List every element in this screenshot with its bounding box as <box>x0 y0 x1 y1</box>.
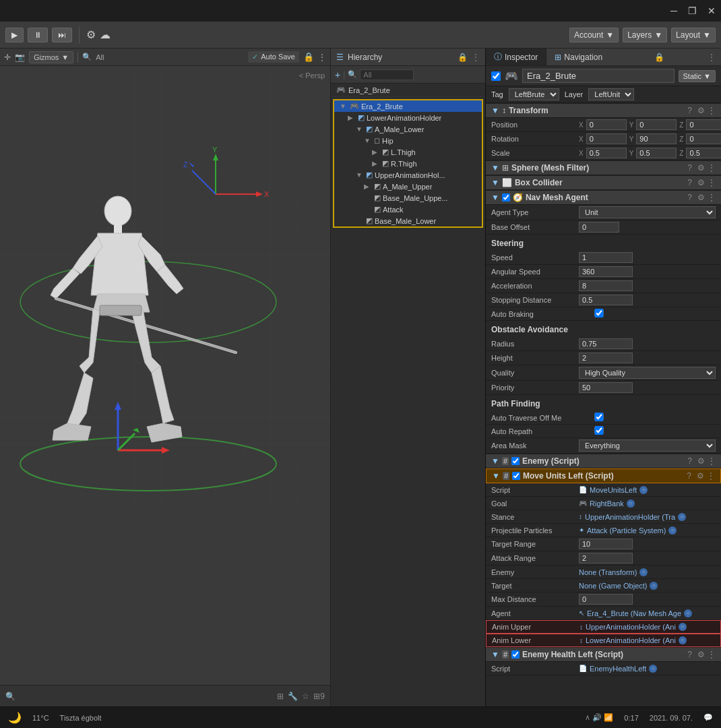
enemy-settings[interactable]: ⚙ <box>697 456 705 466</box>
navmesh-help[interactable]: ? <box>687 193 692 202</box>
base-offset-value[interactable] <box>579 222 716 233</box>
static-button[interactable]: Static ▼ <box>679 70 716 82</box>
enemy-active-checkbox[interactable] <box>511 457 520 465</box>
inspector-pin-button[interactable]: 🔒 <box>649 53 670 62</box>
agent-target-icon[interactable]: ○ <box>684 609 692 617</box>
moveunits-dots[interactable]: ⋮ <box>707 471 715 481</box>
object-name-input[interactable] <box>522 69 675 83</box>
transform-tool-icon[interactable]: ✛ <box>4 53 11 62</box>
auto-save-toggle[interactable]: ✓ Auto Save <box>248 51 299 63</box>
max-distance-input[interactable] <box>579 594 633 605</box>
hierarchy-item-upperanim[interactable]: ▼ ◩ UpperAnimationHol... <box>334 169 482 181</box>
navmesh-settings[interactable]: ⚙ <box>697 193 705 202</box>
close-button[interactable]: ✕ <box>708 5 716 16</box>
angular-speed-input[interactable] <box>579 266 633 277</box>
hierarchy-dots-icon[interactable]: ⋮ <box>472 53 480 62</box>
anim-upper-target-icon[interactable]: ○ <box>679 623 687 631</box>
hierarchy-item-attack[interactable]: ◩ Attack <box>334 204 482 215</box>
attack-range-input[interactable] <box>579 553 633 564</box>
tag-select[interactable]: LeftBrute <box>509 88 559 100</box>
enemyhealth-active-checkbox[interactable] <box>511 650 520 659</box>
hierarchy-item-lthigh[interactable]: ▶ ◩ L.Thigh <box>334 146 482 158</box>
play-button[interactable]: ▶ <box>5 28 24 42</box>
enemy-target-icon[interactable]: ○ <box>639 568 648 576</box>
step-button[interactable]: ⏭ <box>52 28 72 42</box>
scene-btn3[interactable]: ☆ <box>302 692 309 701</box>
meshfilter-help[interactable]: ? <box>687 163 692 173</box>
hierarchy-tab-label[interactable]: Hierarchy <box>348 53 382 62</box>
transform-dots-icon[interactable]: ⋮ <box>708 106 716 115</box>
layer-select[interactable]: LeftUnit <box>588 88 634 100</box>
mesh-filter-header[interactable]: ▼ ⊞ Sphere (Mesh Filter) ? ⚙ ⋮ <box>486 160 721 175</box>
enemyhealth-help[interactable]: ? <box>687 650 692 659</box>
hierarchy-item-era2brute[interactable]: ▼ 🎮 Era_2_Brute <box>334 100 482 112</box>
box-collider-header[interactable]: ▼ ⬜ Box Collider ? ⚙ ⋮ <box>486 175 721 190</box>
base-offset-input[interactable] <box>579 222 619 233</box>
position-y-input[interactable] <box>636 119 677 130</box>
acceleration-input[interactable] <box>579 280 633 291</box>
position-z-input[interactable] <box>686 119 721 130</box>
navmesh-header[interactable]: ▼ 🧭 Nav Mesh Agent ? ⚙ ⋮ <box>486 190 721 205</box>
hierarchy-item-basemalelower[interactable]: ◩ Base_Male_Lower <box>334 215 482 226</box>
auto-traverse-checkbox[interactable] <box>579 413 619 421</box>
moveunits-settings[interactable]: ⚙ <box>697 471 704 481</box>
anim-lower-target-icon[interactable]: ○ <box>679 636 687 644</box>
target-range-input[interactable] <box>579 539 633 549</box>
priority-input[interactable] <box>579 382 633 393</box>
pause-button[interactable]: ⏸ <box>28 28 48 42</box>
auto-braking-checkbox[interactable] <box>579 309 619 317</box>
rotation-z-input[interactable] <box>686 133 721 144</box>
settings-icon[interactable]: ⚙ <box>86 28 96 41</box>
dots-icon[interactable]: ⋮ <box>318 53 326 62</box>
scene-btn2[interactable]: 🔧 <box>288 692 298 701</box>
moveunits-help[interactable]: ? <box>687 471 691 481</box>
agent-type-select[interactable]: Unit <box>579 206 716 218</box>
layers-dropdown[interactable]: Layers ▼ <box>623 28 667 42</box>
gizmos-dropdown[interactable]: Gizmos ▼ <box>29 51 73 63</box>
enemyhealth-dots[interactable]: ⋮ <box>708 650 716 659</box>
stance-target-icon[interactable]: ○ <box>678 513 686 521</box>
move-units-left-header[interactable]: ▼ # Move Units Left (Script) ? ⚙ ⋮ <box>486 468 721 483</box>
tab-navigation[interactable]: ⊞ Navigation <box>546 49 610 65</box>
scale-z-input[interactable] <box>686 148 721 158</box>
boxcollider-settings[interactable]: ⚙ <box>697 178 705 187</box>
projectile-target-icon[interactable]: ○ <box>668 526 677 535</box>
cloud-icon[interactable]: ☁ <box>100 28 111 41</box>
object-active-checkbox[interactable] <box>491 71 501 81</box>
transform-help-icon[interactable]: ? <box>687 106 692 115</box>
hierarchy-item-basemaleupper[interactable]: ◩ Base_Male_Uppe... <box>334 192 482 204</box>
scene-viewport[interactable]: X Y Z < Persp <box>0 66 330 685</box>
hierarchy-item-amaleupper[interactable]: ▶ ◩ A_Male_Upper <box>334 181 482 192</box>
area-mask-select[interactable]: Everything <box>579 439 716 452</box>
transform-component-header[interactable]: ▼ ↕ Transform ? ⚙ ⋮ <box>486 103 721 118</box>
position-x-input[interactable] <box>586 119 627 130</box>
target-target-icon[interactable]: ○ <box>650 582 658 590</box>
navmesh-dots[interactable]: ⋮ <box>708 193 716 202</box>
enemyhealth-target-icon[interactable]: ○ <box>649 665 657 673</box>
lock-icon[interactable]: 🔒 <box>303 52 314 62</box>
layout-dropdown[interactable]: Layout ▼ <box>671 28 716 42</box>
minimize-button[interactable]: ─ <box>670 5 677 16</box>
stopping-distance-input[interactable] <box>579 295 633 305</box>
tab-inspector[interactable]: ⓘ Inspector <box>486 49 546 65</box>
enemyhealth-settings[interactable]: ⚙ <box>697 650 705 659</box>
meshfilter-settings[interactable]: ⚙ <box>697 163 705 173</box>
meshfilter-dots[interactable]: ⋮ <box>708 163 716 173</box>
enemy-health-left-header[interactable]: ▼ # Enemy Health Left (Script) ? ⚙ ⋮ <box>486 647 721 662</box>
scale-x-input[interactable] <box>586 148 627 158</box>
hierarchy-item-rthigh[interactable]: ▶ ◩ R.Thigh <box>334 158 482 169</box>
rotation-x-input[interactable] <box>586 133 627 144</box>
height-input[interactable] <box>579 353 633 363</box>
maximize-button[interactable]: ❐ <box>688 5 697 16</box>
hierarchy-search-input[interactable] <box>360 69 414 80</box>
hierarchy-lock-icon[interactable]: 🔒 <box>458 53 468 62</box>
boxcollider-dots[interactable]: ⋮ <box>708 178 716 187</box>
scale-y-input[interactable] <box>636 148 677 158</box>
enemy-dots[interactable]: ⋮ <box>708 456 716 466</box>
navmesh-active-checkbox[interactable] <box>502 193 510 202</box>
account-dropdown[interactable]: Account ▼ <box>569 28 619 42</box>
radius-input[interactable] <box>579 338 633 349</box>
rotation-y-input[interactable] <box>636 133 677 144</box>
enemy-script-header[interactable]: ▼ # Enemy (Script) ? ⚙ ⋮ <box>486 454 721 468</box>
hierarchy-item-amale[interactable]: ▼ ◩ A_Male_Lower <box>334 123 482 135</box>
